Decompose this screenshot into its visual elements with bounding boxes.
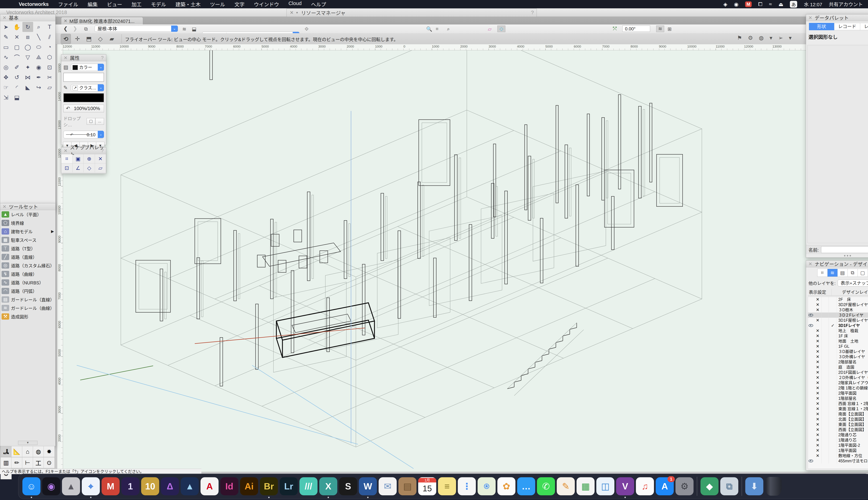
layer-row[interactable]: ✕ 北面【立面図】 24 bbox=[808, 417, 868, 422]
invisible-mark[interactable]: ✕ bbox=[814, 386, 821, 390]
dock-app-icon[interactable]: A 1 bbox=[656, 477, 674, 495]
close-icon[interactable]: ✕ bbox=[64, 55, 68, 60]
dock-app-icon[interactable]: ☺ bbox=[22, 477, 41, 495]
dock-app-icon[interactable]: ▦ bbox=[576, 477, 595, 495]
active-check-mark[interactable] bbox=[829, 344, 837, 349]
help-icon[interactable]: ? bbox=[531, 10, 534, 15]
slider-knob[interactable]: ↶ bbox=[70, 133, 73, 137]
toolset-category-button[interactable]: ✏ bbox=[11, 457, 22, 468]
multi-pane-icon[interactable]: ⊞ bbox=[667, 26, 672, 33]
dock-app-icon[interactable]: ⌖ bbox=[82, 477, 100, 495]
active-check-mark[interactable] bbox=[829, 375, 837, 380]
tool-button[interactable]: ◔ bbox=[44, 42, 55, 52]
invisible-mark[interactable]: ✕ bbox=[814, 365, 821, 370]
active-check-mark[interactable] bbox=[829, 349, 837, 354]
layer-row[interactable]: ✕ 2F 床 1 bbox=[808, 297, 868, 302]
toolset-item[interactable]: ╱ 道路（直線） bbox=[0, 253, 55, 261]
menu-item[interactable]: ウインドウ bbox=[254, 1, 279, 8]
data-tab[interactable]: レコード bbox=[834, 23, 860, 30]
layer-row[interactable]: ✕ 1F 床 8 bbox=[808, 333, 868, 339]
trash-icon[interactable] bbox=[766, 477, 781, 496]
active-check-mark[interactable] bbox=[829, 297, 837, 302]
dock-app-icon[interactable]: Br bbox=[260, 477, 278, 495]
snap-toggle[interactable]: ∠ bbox=[72, 163, 84, 173]
palette-title-bar[interactable]: ✕ ナビゲーション - デザインレイヤ ? bbox=[806, 261, 868, 268]
invisible-mark[interactable]: ✕ bbox=[814, 328, 821, 333]
layer-name[interactable]: 1F GL bbox=[837, 344, 868, 349]
tool-button[interactable]: ⊡ bbox=[44, 62, 55, 72]
dock-app-icon[interactable]: S bbox=[339, 477, 357, 495]
tool-button[interactable]: ⟁ bbox=[33, 52, 44, 62]
invisible-mark[interactable]: ✕ bbox=[814, 354, 821, 359]
dock-app-icon[interactable]: 1月 15 bbox=[418, 477, 436, 495]
rotation-angle-field[interactable]: 0.00° bbox=[623, 25, 650, 32]
close-icon[interactable]: ✕ bbox=[290, 10, 294, 15]
active-check-mark[interactable]: ✓ bbox=[829, 323, 837, 328]
active-check-mark[interactable] bbox=[829, 370, 837, 375]
invisible-mark[interactable]: ✕ bbox=[814, 427, 821, 432]
eye-icon[interactable] bbox=[808, 324, 814, 327]
invisible-mark[interactable]: ✕ bbox=[814, 318, 821, 323]
close-icon[interactable]: ✕ bbox=[809, 261, 812, 267]
class-options-icon[interactable]: ⧉ bbox=[84, 26, 88, 33]
active-check-mark[interactable] bbox=[829, 391, 837, 396]
tool-button[interactable]: ✎ bbox=[1, 32, 11, 42]
menu-clock[interactable]: 水 12:07 bbox=[804, 1, 822, 8]
dock-app-icon[interactable]: X bbox=[319, 477, 337, 495]
help-icon[interactable]: ? bbox=[101, 148, 104, 154]
tool-button[interactable]: ↪ bbox=[33, 82, 44, 92]
menu-item[interactable]: Cloud bbox=[288, 1, 302, 8]
toolset-item[interactable]: ≋ ガードレール（曲線） bbox=[0, 304, 55, 312]
layer-name[interactable]: 1階平面図-2 bbox=[837, 443, 868, 448]
pen-color-bar[interactable] bbox=[64, 93, 104, 102]
close-icon[interactable]: ✕ bbox=[809, 15, 812, 21]
menu-item[interactable]: ヘルプ bbox=[311, 1, 326, 8]
layer-row[interactable]: ✕ 地面 土地 9 bbox=[808, 339, 868, 344]
layer-name[interactable]: 3D2F屋根レイヤ作図編 bbox=[837, 302, 868, 307]
tool-button[interactable]: ⌒ bbox=[11, 52, 22, 62]
tool-button[interactable]: ✕ bbox=[11, 32, 22, 42]
layer-name-header[interactable]: デザインレイヤ名 bbox=[832, 289, 868, 295]
active-check-mark[interactable] bbox=[829, 328, 837, 333]
other-layers-dropdown[interactable]: 表示+スナップ+編集 ⌄ bbox=[838, 280, 868, 286]
tool-button[interactable]: ◣ bbox=[22, 82, 33, 92]
layer-row[interactable]: ✕ 庭 造園 14 bbox=[808, 365, 868, 370]
layer-row[interactable]: ✕ 1階部屋名 20 bbox=[808, 396, 868, 401]
layer-name[interactable]: 1F 床 bbox=[837, 333, 868, 339]
toolbar-icon[interactable]: ▾ bbox=[769, 35, 772, 41]
dock-app-icon[interactable]: /// bbox=[299, 477, 318, 495]
dock-app-icon[interactable]: Ai bbox=[240, 477, 258, 495]
menu-item[interactable]: 編集 bbox=[88, 1, 98, 8]
plane-mode-icon[interactable]: ◇ bbox=[498, 25, 505, 32]
toolset-category-button[interactable]: ⊢ bbox=[22, 457, 33, 468]
layer-name[interactable]: 北面【立面図】 bbox=[837, 417, 868, 422]
dock-app-icon[interactable]: Id bbox=[220, 477, 238, 495]
toolset-item[interactable]: ⊤ 道路（T型） bbox=[0, 244, 55, 253]
data-tab[interactable]: レンダー bbox=[860, 23, 868, 30]
tool-button[interactable]: ◎ bbox=[1, 62, 11, 72]
dock-app-icon[interactable]: 1 bbox=[121, 477, 139, 495]
layer-row[interactable]: ✕ 2階通り芯 27 bbox=[808, 432, 868, 438]
working-plane-icon[interactable]: ▱ bbox=[488, 26, 492, 33]
invisible-mark[interactable]: ✕ bbox=[814, 375, 821, 380]
toolbar-icon[interactable]: ⚑ bbox=[737, 35, 742, 41]
layer-row[interactable]: ３D２Fレイヤ 4 bbox=[808, 312, 868, 318]
toolset-category-button[interactable]: ◍ bbox=[33, 446, 44, 457]
layer-name[interactable]: 2階部屋名 bbox=[837, 359, 868, 365]
layer-name[interactable]: 東面【立面図】 bbox=[837, 422, 868, 427]
layer-name[interactable]: ３D外構レイヤ bbox=[837, 354, 868, 359]
toolset-item[interactable]: ↯ 道路（曲線） bbox=[0, 270, 55, 278]
active-check-mark[interactable] bbox=[829, 339, 837, 344]
menu-item[interactable]: 文字 bbox=[235, 1, 244, 8]
tool-button[interactable]: ▽ bbox=[22, 52, 33, 62]
toolbar-icon[interactable]: ➢ bbox=[778, 35, 783, 41]
layer-name[interactable]: 3D1Fレイヤ bbox=[837, 323, 868, 328]
layer-name[interactable]: 455mm寸法モロジナル製図… bbox=[837, 458, 868, 464]
mcafee-status-icon[interactable]: M bbox=[745, 1, 752, 7]
toolset-category-button[interactable]: ⊙ bbox=[44, 457, 55, 468]
dock-app-icon[interactable]: 10 bbox=[141, 477, 159, 495]
invisible-mark[interactable]: ✕ bbox=[814, 396, 821, 401]
active-check-mark[interactable] bbox=[829, 401, 837, 406]
active-check-mark[interactable] bbox=[829, 380, 837, 385]
tool-button[interactable]: ✋ bbox=[11, 22, 22, 32]
